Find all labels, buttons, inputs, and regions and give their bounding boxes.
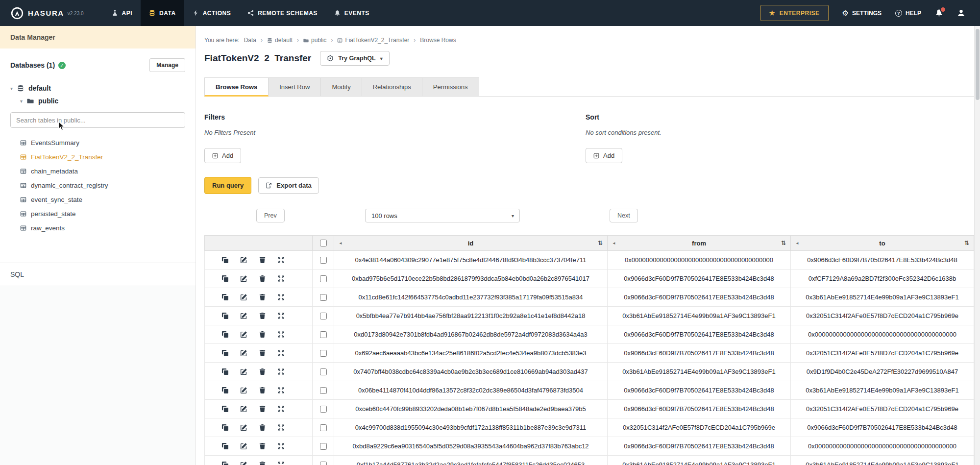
edit-row-icon[interactable]: [240, 294, 247, 301]
scrollbar-thumb[interactable]: [976, 29, 980, 100]
sidebar-table-event-sync-state[interactable]: event_sync_state: [10, 193, 185, 207]
tab-relationships[interactable]: Relationships: [362, 77, 422, 97]
clone-row-icon[interactable]: [221, 256, 229, 264]
hasura-logo[interactable]: HASURA v2.23.0: [0, 7, 92, 20]
run-query-button[interactable]: Run query: [204, 177, 251, 194]
edit-row-icon[interactable]: [240, 387, 247, 394]
delete-row-icon[interactable]: [259, 368, 266, 375]
export-data-button[interactable]: Export data: [258, 177, 319, 194]
delete-row-icon[interactable]: [259, 405, 266, 413]
sidebar-table-eventssummary[interactable]: EventsSummary: [10, 136, 185, 150]
expand-row-icon[interactable]: [277, 349, 285, 357]
delete-row-icon[interactable]: [259, 331, 266, 338]
expand-row-icon[interactable]: [277, 312, 285, 319]
sidebar-table-raw-events[interactable]: raw_events: [10, 221, 185, 235]
delete-row-icon[interactable]: [259, 312, 266, 319]
row-checkbox[interactable]: [320, 313, 327, 319]
row-checkbox[interactable]: [320, 275, 327, 282]
sidebar-table-fiattokenv2-2-transfer[interactable]: FiatTokenV2_2_Transfer: [10, 150, 185, 164]
sidebar-table-chain-metadata[interactable]: chain_metadata: [10, 164, 185, 178]
nav-item-remote-schemas[interactable]: REMOTE SCHEMAS: [239, 0, 326, 26]
row-checkbox[interactable]: [320, 368, 327, 375]
clone-row-icon[interactable]: [221, 275, 229, 282]
edit-row-icon[interactable]: [240, 461, 247, 465]
nav-item-actions[interactable]: ACTIONS: [184, 0, 240, 26]
notifications-button[interactable]: [935, 9, 943, 17]
add-sort-button[interactable]: Add: [586, 148, 622, 163]
delete-row-icon[interactable]: [259, 349, 266, 357]
add-filter-button[interactable]: Add: [204, 148, 241, 163]
expand-row-icon[interactable]: [277, 405, 285, 413]
row-checkbox[interactable]: [320, 294, 327, 301]
expand-row-icon[interactable]: [277, 275, 285, 282]
edit-row-icon[interactable]: [240, 424, 247, 431]
database-tree-item[interactable]: ▾ default: [10, 82, 185, 95]
edit-row-icon[interactable]: [240, 256, 247, 264]
row-checkbox[interactable]: [320, 462, 327, 465]
select-all-checkbox[interactable]: [320, 240, 327, 246]
sidebar-item-sql[interactable]: SQL: [0, 263, 196, 286]
clone-row-icon[interactable]: [221, 405, 229, 413]
delete-row-icon[interactable]: [259, 387, 266, 394]
manage-button[interactable]: Manage: [149, 58, 185, 72]
edit-row-icon[interactable]: [240, 442, 247, 450]
edit-row-icon[interactable]: [240, 312, 247, 319]
table-search-input[interactable]: [10, 112, 185, 128]
enterprise-button[interactable]: ★ ENTERPRISE: [760, 5, 829, 21]
clone-row-icon[interactable]: [221, 442, 229, 450]
delete-row-icon[interactable]: [259, 461, 266, 465]
expand-row-icon[interactable]: [277, 424, 285, 431]
try-graphql-button[interactable]: Try GraphQL ▾: [320, 51, 389, 66]
settings-button[interactable]: ⚙ SETTINGS: [842, 9, 882, 17]
breadcrumb-item-table[interactable]: FiatTokenV2_2_Transfer: [337, 37, 409, 44]
column-header-id[interactable]: ◄ id ⇅: [334, 236, 608, 251]
edit-row-icon[interactable]: [240, 331, 247, 338]
row-checkbox[interactable]: [320, 350, 327, 357]
row-checkbox[interactable]: [320, 387, 327, 394]
next-page-button[interactable]: Next: [610, 209, 638, 222]
edit-row-icon[interactable]: [240, 405, 247, 413]
rows-per-page-select[interactable]: 100 rows: [366, 209, 519, 222]
row-checkbox[interactable]: [320, 406, 327, 413]
column-header-to[interactable]: ◄ to ⇅: [791, 236, 974, 251]
expand-row-icon[interactable]: [277, 461, 285, 465]
row-checkbox[interactable]: [320, 443, 327, 450]
breadcrumb-item-default[interactable]: default: [267, 37, 293, 44]
expand-row-icon[interactable]: [277, 442, 285, 450]
user-menu-button[interactable]: [957, 9, 965, 17]
tab-insert-row[interactable]: Insert Row: [269, 77, 321, 97]
expand-row-icon[interactable]: [277, 256, 285, 264]
column-header-from[interactable]: ◄ from ⇅: [608, 236, 791, 251]
tab-modify[interactable]: Modify: [321, 77, 362, 97]
clone-row-icon[interactable]: [221, 368, 229, 375]
sidebar-table-dynamic-contract-registry[interactable]: dynamic_contract_registry: [10, 178, 185, 193]
clone-row-icon[interactable]: [221, 424, 229, 431]
breadcrumb-item-public[interactable]: public: [303, 37, 326, 44]
edit-row-icon[interactable]: [240, 368, 247, 375]
delete-row-icon[interactable]: [259, 424, 266, 431]
clone-row-icon[interactable]: [221, 349, 229, 357]
sidebar-table-persisted-state[interactable]: persisted_state: [10, 207, 185, 221]
row-checkbox[interactable]: [320, 257, 327, 264]
delete-row-icon[interactable]: [259, 442, 266, 450]
clone-row-icon[interactable]: [221, 312, 229, 319]
nav-item-events[interactable]: EVENTS: [326, 0, 378, 26]
delete-row-icon[interactable]: [259, 294, 266, 301]
clone-row-icon[interactable]: [221, 461, 229, 465]
row-checkbox[interactable]: [320, 424, 327, 431]
expand-row-icon[interactable]: [277, 387, 285, 394]
help-button[interactable]: ? HELP: [895, 10, 921, 17]
schema-tree-item[interactable]: ▾ public: [20, 95, 185, 107]
breadcrumb-item-browse-rows[interactable]: Browse Rows: [420, 37, 456, 44]
tab-permissions[interactable]: Permissions: [422, 77, 479, 97]
tab-browse-rows[interactable]: Browse Rows: [204, 77, 269, 97]
row-checkbox[interactable]: [320, 331, 327, 338]
nav-item-data[interactable]: DATA: [141, 0, 184, 26]
delete-row-icon[interactable]: [259, 275, 266, 282]
edit-row-icon[interactable]: [240, 349, 247, 357]
expand-row-icon[interactable]: [277, 368, 285, 375]
expand-row-icon[interactable]: [277, 294, 285, 301]
vertical-scrollbar[interactable]: [974, 26, 980, 465]
delete-row-icon[interactable]: [259, 256, 266, 264]
edit-row-icon[interactable]: [240, 275, 247, 282]
